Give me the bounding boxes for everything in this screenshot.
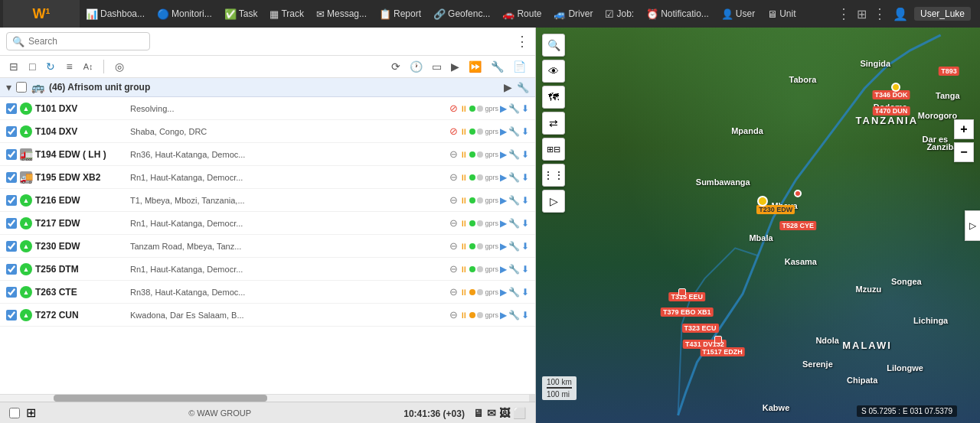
group-checkbox[interactable] (16, 82, 27, 93)
action-camera-btn[interactable]: ▭ (429, 59, 445, 74)
panel-more-icon[interactable]: ⋮ (515, 33, 529, 50)
play-button[interactable]: ▶ (500, 264, 507, 275)
table-row[interactable]: ▲ T216 EDW T1, Mbeya, Mbozi, Tanzania,..… (0, 189, 535, 212)
nav-item-dashboard[interactable]: 📊 Dashboa... (80, 0, 151, 28)
action-forward-btn[interactable]: ⏩ (466, 59, 485, 74)
expand-button[interactable]: ⬇ (521, 287, 529, 298)
group-wrench-icon[interactable]: 🔧 (517, 82, 529, 93)
wrench-button[interactable]: 🔧 (508, 195, 520, 206)
wrench-button[interactable]: 🔧 (508, 287, 520, 298)
expand-button[interactable]: ⬇ (521, 195, 529, 206)
wrench-button[interactable]: 🔧 (508, 126, 520, 137)
map-grid-button[interactable]: ⊞⊟ (542, 138, 565, 161)
table-row[interactable]: ▲ T256 DTM Rn1, Haut-Katanga, Democr... … (0, 258, 535, 281)
list-button[interactable]: ≡ (63, 59, 75, 74)
map-expand-button[interactable]: ▷ (542, 190, 565, 213)
wrench-button[interactable]: 🔧 (508, 218, 520, 229)
nav-item-driver[interactable]: 🚙 Driver (547, 0, 599, 28)
wrench-button[interactable]: 🔧 (508, 149, 520, 160)
play-button[interactable]: ▶ (500, 126, 507, 137)
vehicle-checkbox[interactable] (6, 103, 17, 114)
action-doc-btn[interactable]: 📄 (510, 59, 529, 74)
action-reload-btn[interactable]: ⟳ (388, 59, 403, 74)
sort-button[interactable]: A↕ (80, 60, 96, 73)
map-panel[interactable]: Singida Tabora TANZANIA Mpanda Dodoma Da… (536, 28, 980, 423)
vehicle-checkbox[interactable] (6, 172, 17, 183)
nav-item-notification[interactable]: ⏰ Notificatio... (640, 0, 715, 28)
nav-item-geofence[interactable]: 🔗 Geofenc... (427, 0, 496, 28)
nav-item-job[interactable]: ☑ Job: (599, 0, 640, 28)
play-button[interactable]: ▶ (500, 172, 507, 183)
map-pin-t893[interactable]: T893 (939, 67, 959, 76)
map-layers-button[interactable]: 🗺 (542, 86, 565, 109)
vehicle-checkbox[interactable] (6, 310, 17, 321)
vehicle-checkbox[interactable] (6, 149, 17, 160)
zoom-out-button[interactable]: − (954, 142, 974, 162)
expand-button[interactable]: ⬇ (521, 241, 529, 252)
nav-item-track[interactable]: ▦ Track (263, 0, 310, 28)
location-button[interactable]: ◎ (112, 59, 127, 74)
status-checkbox[interactable] (9, 408, 20, 418)
play-button[interactable]: ▶ (500, 195, 507, 206)
play-button[interactable]: ▶ (500, 149, 507, 160)
group-row[interactable]: ▾ 🚌 (46) Afrisom unit group ▶ 🔧 (0, 78, 535, 97)
nav-item-route[interactable]: 🚗 Route (496, 0, 547, 28)
user-label[interactable]: User_Luke (914, 7, 971, 21)
expand-button[interactable]: ⬇ (521, 149, 529, 160)
play-button[interactable]: ▶ (500, 218, 507, 229)
map-pin-t346dok[interactable]: T346 DOK (872, 90, 910, 99)
h-scroll-thumb[interactable] (54, 395, 268, 402)
topbar-more-icon[interactable]: ⋮ (873, 5, 887, 22)
map-dots-button[interactable]: ⋮⋮ (542, 164, 565, 187)
play-button[interactable]: ▶ (500, 287, 507, 298)
expand-button[interactable]: ⬇ (521, 218, 529, 229)
map-pin-t1517[interactable]: T1517 EDZH (700, 347, 745, 356)
map-arrows-button[interactable]: ⇄ (542, 112, 565, 135)
collapse-button[interactable]: ⊟ (6, 59, 21, 74)
vehicle-checkbox[interactable] (6, 264, 17, 275)
expand-button[interactable]: ⬇ (521, 264, 529, 275)
grid-icon[interactable]: ⊞ (857, 7, 867, 21)
vehicle-checkbox[interactable] (6, 218, 17, 229)
play-button[interactable]: ▶ (500, 310, 507, 321)
action-settings-btn[interactable]: 🔧 (488, 59, 507, 74)
table-row[interactable]: 🚛 T194 EDW ( LH ) Rn36, Haut-Katanga, De… (0, 143, 535, 166)
map-eye-button[interactable]: 👁 (542, 60, 565, 83)
horizontal-scrollbar[interactable] (0, 394, 535, 402)
table-row[interactable]: ▲ T217 EDW Rn1, Haut-Katanga, Democr... … (0, 212, 535, 235)
wrench-button[interactable]: 🔧 (508, 264, 520, 275)
topbar-profile-icon[interactable]: 👤 (893, 7, 908, 21)
nav-item-monitoring[interactable]: 🔵 Monitori... (151, 0, 218, 28)
expand-button[interactable]: ⬇ (521, 172, 529, 183)
expand-button[interactable]: ⬇ (521, 126, 529, 137)
zoom-in-button[interactable]: + (954, 119, 974, 139)
map-pin-t323ecu[interactable]: T323 ECU (682, 324, 719, 333)
action-video-btn[interactable]: ▶ (448, 59, 462, 74)
group-play-icon[interactable]: ▶ (504, 81, 512, 93)
wrench-button[interactable]: 🔧 (508, 310, 520, 321)
play-button[interactable]: ▶ (500, 241, 507, 252)
play-button[interactable]: ▶ (500, 103, 507, 114)
nav-item-task[interactable]: ✅ Task (218, 0, 264, 28)
expand-button[interactable]: ⬇ (521, 103, 529, 114)
map-pin-t470dun[interactable]: T470 DUN (873, 106, 910, 116)
nav-item-unit[interactable]: 🖥 Unit (761, 0, 802, 28)
square-button[interactable]: □ (26, 59, 38, 74)
expand-button[interactable]: ⬇ (521, 310, 529, 321)
refresh-button[interactable]: ↻ (43, 59, 58, 74)
search-input[interactable] (6, 32, 150, 50)
table-row[interactable]: ▲ T230 EDW Tanzam Road, Mbeya, Tanz... ⊖… (0, 235, 535, 258)
map-pin-t528cye[interactable]: T528 CYE (779, 221, 816, 230)
grid-view-icon[interactable]: ⊞ (26, 405, 36, 420)
vehicle-checkbox[interactable] (6, 195, 17, 206)
more-options-icon[interactable]: ⋮ (837, 5, 851, 22)
wrench-button[interactable]: 🔧 (508, 241, 520, 252)
vehicle-checkbox[interactable] (6, 241, 17, 252)
table-row[interactable]: ▲ T263 CTE Rn38, Haut-Katanga, Democ... … (0, 281, 535, 304)
table-row[interactable]: ▲ T104 DXV Shaba, Congo, DRC ⊘ ⏸ gprs ▶ … (0, 120, 535, 143)
nav-item-user[interactable]: 👤 User (715, 0, 761, 28)
action-history-btn[interactable]: 🕐 (407, 59, 426, 74)
wrench-button[interactable]: 🔧 (508, 103, 520, 114)
map-search-button[interactable]: 🔍 (542, 34, 565, 57)
map-side-toggle[interactable]: ▷ (965, 210, 980, 241)
